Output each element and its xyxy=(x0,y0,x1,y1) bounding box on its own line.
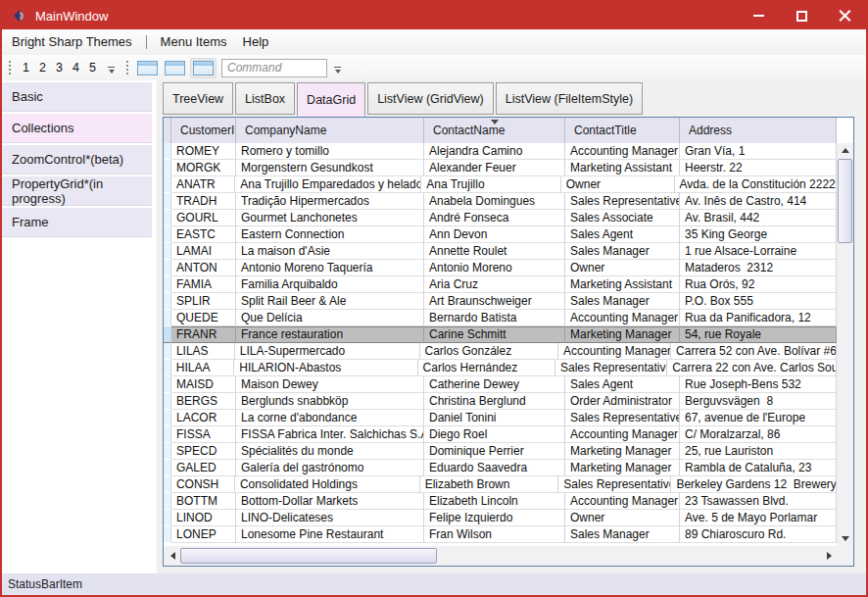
menu-item-bright-sharp-themes[interactable]: Bright Sharp Themes xyxy=(4,30,140,54)
cell-contacttitle[interactable]: Accounting Manager xyxy=(565,143,680,160)
cell-customerid[interactable]: BERGS xyxy=(171,393,236,410)
table-row[interactable]: CONSHConsolidated HoldingsElizabeth Brow… xyxy=(164,476,837,493)
sidebar-item-frame[interactable]: Frame xyxy=(2,208,152,237)
column-header-address[interactable]: Address xyxy=(680,118,837,143)
cell-companyname[interactable]: Consolidated Holdings xyxy=(235,476,420,493)
row-header[interactable] xyxy=(164,360,171,376)
row-header[interactable] xyxy=(164,226,171,243)
scroll-right-button[interactable] xyxy=(822,546,837,566)
cell-contactname[interactable]: Eduardo Saavedra xyxy=(424,460,565,476)
cell-contacttitle[interactable]: Sales Representative xyxy=(565,410,680,426)
cell-address[interactable]: Heerstr. 22 xyxy=(680,160,837,176)
row-header[interactable] xyxy=(164,310,171,326)
row-header[interactable] xyxy=(164,476,171,493)
cell-customerid[interactable]: GOURL xyxy=(171,210,236,226)
row-header[interactable] xyxy=(164,243,171,260)
table-row[interactable]: LAMAILa maison d'AsieAnnette RouletSales… xyxy=(164,243,837,260)
cell-address[interactable]: P.O. Box 555 xyxy=(680,293,837,310)
row-header[interactable] xyxy=(164,176,171,193)
vertical-scrollbar-thumb[interactable] xyxy=(838,159,852,243)
cell-customerid[interactable]: ANATR xyxy=(171,176,235,193)
cell-companyname[interactable]: La maison d'Asie xyxy=(236,243,424,260)
cell-address[interactable]: Rambla de Cataluña, 23 xyxy=(680,460,837,476)
cell-customerid[interactable]: TRADH xyxy=(171,193,236,210)
select-all-corner[interactable] xyxy=(164,118,171,143)
sidebar-item-propertygrid-in-progress[interactable]: PropertyGrid*(in progress) xyxy=(2,176,152,206)
window-icon-3-button[interactable] xyxy=(190,58,217,78)
cell-contacttitle[interactable]: Marketing Assistant xyxy=(565,160,680,176)
row-header[interactable] xyxy=(164,160,171,176)
cell-contactname[interactable]: Alexander Feuer xyxy=(424,160,565,176)
horizontal-scrollbar-thumb[interactable] xyxy=(180,548,437,564)
table-row[interactable]: HILAAHILARION-AbastosCarlos HernándezSal… xyxy=(164,360,837,376)
toolbar-grip-icon[interactable] xyxy=(126,61,131,75)
cell-contacttitle[interactable]: Sales Associate xyxy=(565,210,680,226)
table-row[interactable]: SPECDSpécialités du mondeDominique Perri… xyxy=(164,443,837,460)
row-header[interactable] xyxy=(164,460,171,476)
cell-contacttitle[interactable]: Owner xyxy=(565,510,680,526)
cell-companyname[interactable]: France restauration xyxy=(236,326,424,343)
window-icon-2-button[interactable] xyxy=(163,59,187,77)
cell-address[interactable]: Mataderos 2312 xyxy=(680,260,837,276)
cell-companyname[interactable]: Antonio Moreno Taquería xyxy=(236,260,424,276)
cell-customerid[interactable]: SPLIR xyxy=(171,293,236,310)
cell-address[interactable]: 54, rue Royale xyxy=(680,326,837,343)
command-input[interactable] xyxy=(221,59,327,77)
sidebar-item-zoomcontrol-beta[interactable]: ZoomControl*(beta) xyxy=(2,145,152,174)
cell-contacttitle[interactable]: Sales Manager xyxy=(565,293,680,310)
cell-address[interactable]: 89 Chiaroscuro Rd. xyxy=(680,526,837,543)
cell-contactname[interactable]: Elizabeth Brown xyxy=(420,476,559,493)
tab-listview-gridview[interactable]: ListView (GridView) xyxy=(367,82,494,115)
tab-listbox[interactable]: ListBox xyxy=(235,82,295,115)
cell-contactname[interactable]: Carine Schmitt xyxy=(424,326,565,343)
cell-customerid[interactable]: EASTC xyxy=(171,226,236,243)
scroll-down-button[interactable] xyxy=(837,531,853,546)
cell-customerid[interactable]: FISSA xyxy=(171,426,236,443)
row-header[interactable] xyxy=(164,260,171,276)
cell-contacttitle[interactable]: Sales Manager xyxy=(565,243,680,260)
cell-companyname[interactable]: Berglunds snabbköp xyxy=(236,393,424,410)
cell-companyname[interactable]: Bottom-Dollar Markets xyxy=(236,493,424,510)
toolbar-button-1[interactable]: 1 xyxy=(18,61,34,75)
row-header[interactable] xyxy=(164,210,171,226)
cell-companyname[interactable]: Familia Arquibaldo xyxy=(236,276,424,293)
column-header-customerid[interactable]: CustomerID xyxy=(171,118,236,143)
cell-contactname[interactable]: Carlos González xyxy=(420,343,559,360)
cell-companyname[interactable]: Gourmet Lanchonetes xyxy=(236,210,424,226)
row-header[interactable] xyxy=(164,376,171,393)
cell-customerid[interactable]: LACOR xyxy=(171,410,236,426)
cell-contacttitle[interactable]: Accounting Manager xyxy=(565,493,680,510)
cell-customerid[interactable]: QUEDE xyxy=(171,310,236,326)
cell-contactname[interactable]: Art Braunschweiger xyxy=(424,293,565,310)
table-row[interactable]: TRADHTradição HipermercadosAnabela Domin… xyxy=(164,193,837,210)
table-row[interactable]: FRANRFrance restaurationCarine SchmittMa… xyxy=(164,326,837,343)
toolbar-button-3[interactable]: 3 xyxy=(51,61,68,75)
sidebar-item-basic[interactable]: Basic xyxy=(2,82,152,112)
cell-address[interactable]: Rue Joseph-Bens 532 xyxy=(680,376,837,393)
row-header[interactable] xyxy=(164,393,171,410)
tab-treeview[interactable]: TreeView xyxy=(163,82,233,115)
cell-customerid[interactable]: FRANR xyxy=(171,326,236,343)
cell-contactname[interactable]: Carlos Hernández xyxy=(418,360,555,376)
cell-contactname[interactable]: Diego Roel xyxy=(424,426,565,443)
table-row[interactable]: GOURLGourmet LanchonetesAndré FonsecaSal… xyxy=(164,210,837,226)
cell-contactname[interactable]: André Fonseca xyxy=(424,210,565,226)
table-row[interactable]: BERGSBerglunds snabbköpChristina Berglun… xyxy=(164,393,837,410)
cell-contactname[interactable]: Ana Trujillo xyxy=(421,176,561,193)
cell-contactname[interactable]: Elizabeth Lincoln xyxy=(424,493,565,510)
table-row[interactable]: SPLIRSplit Rail Beer & AleArt Braunschwe… xyxy=(164,293,837,310)
column-header-contactname[interactable]: ContactName xyxy=(424,118,565,143)
cell-contactname[interactable]: Bernardo Batista xyxy=(424,310,565,326)
tab-listview-fileitemstyle[interactable]: ListView (FileItemStyle) xyxy=(496,82,643,115)
toolbar-grip-icon[interactable] xyxy=(9,61,14,75)
cell-address[interactable]: Berkeley Gardens 12 Brewery xyxy=(671,476,837,493)
tab-datagrid[interactable]: DataGrid xyxy=(297,82,365,117)
cell-contactname[interactable]: Christina Berglund xyxy=(424,393,565,410)
cell-address[interactable]: Rua da Panificadora, 12 xyxy=(680,310,837,326)
cell-customerid[interactable]: BOTTM xyxy=(171,493,236,510)
cell-contactname[interactable]: Annette Roulet xyxy=(424,243,565,260)
cell-contacttitle[interactable]: Accounting Manager xyxy=(565,426,680,443)
table-row[interactable]: FISSAFISSA Fabrica Inter. Salchichas S.A… xyxy=(164,426,837,443)
cell-contactname[interactable]: Alejandra Camino xyxy=(424,143,565,160)
menu-item-help[interactable]: Help xyxy=(235,30,277,54)
